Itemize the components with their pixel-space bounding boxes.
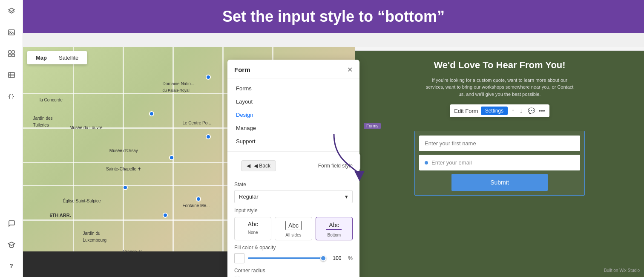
- field-style-label: Form field style: [318, 163, 353, 169]
- close-icon[interactable]: ✕: [347, 66, 353, 74]
- map-label: Jardin du: [83, 231, 100, 236]
- back-chevron-icon: ◀: [247, 163, 250, 169]
- map-pin: [123, 185, 128, 190]
- svg-rect-6: [9, 72, 14, 78]
- map-pin: [206, 75, 211, 80]
- nav-manage[interactable]: Manage: [227, 121, 359, 135]
- map-pin: [169, 155, 174, 160]
- map-label: Le Centre Po...: [182, 121, 211, 125]
- code-icon[interactable]: {}: [5, 89, 18, 103]
- main-area: Set the input style to “bottom” Map Sate…: [23, 0, 644, 277]
- panel-section: ◀ ◀ Back Form field style State Regular …: [227, 151, 359, 277]
- email-input-row: Enter your email: [419, 155, 580, 170]
- opacity-slider[interactable]: [248, 257, 326, 259]
- state-label: State: [234, 182, 353, 188]
- chat-icon[interactable]: [5, 216, 18, 230]
- input-style-all-sides[interactable]: Abc All sides: [275, 217, 312, 240]
- state-dropdown[interactable]: Regular ▾: [234, 190, 353, 203]
- map-tab-satellite[interactable]: Satellite: [54, 53, 83, 63]
- nav-forms[interactable]: Forms: [227, 82, 359, 95]
- color-swatch[interactable]: [234, 253, 244, 263]
- wix-footer: Built on Wix Studio: [604, 268, 640, 273]
- form-panel-title: Form: [234, 66, 250, 73]
- edit-form-label[interactable]: Edit Form: [454, 108, 478, 114]
- fill-label: Fill color & opacity: [234, 245, 353, 251]
- academy-icon[interactable]: [5, 238, 18, 251]
- map-label: Église Saint-Sulpice: [63, 199, 101, 203]
- svg-point-1: [10, 31, 11, 32]
- image-icon[interactable]: [5, 26, 18, 39]
- email-dot: [425, 161, 428, 164]
- map-pin: [196, 196, 201, 202]
- percent-label: %: [348, 255, 353, 261]
- map-label: Domaine Natio...: [163, 81, 194, 86]
- all-sides-abc: Abc: [285, 221, 302, 230]
- back-button[interactable]: ◀ ◀ Back: [241, 160, 276, 171]
- opacity-value[interactable]: 100: [329, 255, 345, 261]
- svg-rect-2: [9, 51, 11, 53]
- layers-icon[interactable]: [5, 4, 18, 18]
- settings-button[interactable]: Settings: [481, 107, 508, 115]
- help-icon[interactable]: ?: [5, 259, 18, 273]
- nav-design[interactable]: Design: [227, 108, 359, 121]
- first-name-input[interactable]: [419, 136, 580, 151]
- map-label: Fontaine Mé...: [182, 203, 210, 208]
- chevron-down-icon: ▾: [345, 193, 348, 200]
- map-pin: [206, 134, 211, 139]
- map-tab-map[interactable]: Map: [31, 53, 52, 63]
- svg-rect-0: [9, 30, 14, 35]
- fill-row: 100 %: [234, 253, 353, 263]
- map-label: Jardin des: [33, 116, 52, 121]
- form-panel-header: Form ✕: [227, 60, 359, 78]
- map-label: Musée d'Orsay: [109, 148, 138, 153]
- form-section: Enter your email Submit: [414, 131, 585, 196]
- up-arrow-icon[interactable]: ↑: [510, 107, 516, 115]
- svg-rect-5: [12, 54, 14, 57]
- fill-color-section: Fill color & opacity 100 %: [234, 245, 353, 263]
- map-label: Luxembourg: [83, 238, 106, 242]
- form-panel-nav: Forms Layout Design Manage Support: [227, 78, 359, 151]
- corner-label: Corner radius: [234, 268, 353, 274]
- forms-badge: Forms: [364, 123, 381, 129]
- email-placeholder: Enter your email: [431, 159, 472, 166]
- map-label: Musée du Louvre: [69, 125, 102, 130]
- apps-icon[interactable]: [5, 47, 18, 61]
- webpage-subtitle: If you're looking for a custom quote, wa…: [423, 77, 576, 98]
- form-panel: Form ✕ Forms Layout Design Manage Suppor…: [227, 60, 359, 277]
- input-style-options: Abc None Abc All sides Abc Bottom: [234, 217, 353, 240]
- instruction-banner: Set the input style to “bottom”: [23, 0, 644, 33]
- submit-button[interactable]: Submit: [451, 174, 548, 191]
- more-options-icon[interactable]: •••: [539, 107, 545, 114]
- svg-rect-4: [9, 54, 11, 57]
- input-style-bottom[interactable]: Abc Bottom: [316, 217, 353, 240]
- nav-support[interactable]: Support: [227, 135, 359, 148]
- comment-icon[interactable]: 💬: [526, 107, 536, 115]
- map-tabs: Map Satellite: [27, 51, 87, 64]
- map-label: Sainte-Chapelle ✝: [106, 167, 141, 171]
- edit-form-toolbar: Edit Form Settings ↑ ↓ 💬 •••: [450, 104, 549, 117]
- left-sidebar: {} ?: [0, 0, 23, 277]
- webpage-preview: We'd Love To Hear From You! If you're lo…: [355, 47, 644, 277]
- map-label: la Concorde: [40, 98, 63, 102]
- input-style-none[interactable]: Abc None: [234, 217, 271, 240]
- map-label: du Palais-Royal: [163, 88, 190, 92]
- map-pin: [149, 111, 154, 116]
- svg-rect-3: [12, 51, 14, 53]
- map-pin: [163, 213, 168, 218]
- down-arrow-icon[interactable]: ↓: [518, 107, 524, 115]
- map-label: Tuileries: [33, 123, 49, 127]
- instruction-text: Set the input style to “bottom”: [31, 8, 636, 26]
- none-abc: Abc: [248, 221, 258, 228]
- webpage-top-bar: [355, 47, 644, 51]
- webpage-title: We'd Love To Hear From You!: [434, 59, 565, 72]
- input-style-label: Input style: [234, 208, 353, 214]
- corner-section: Corner radius 0 px: [234, 268, 353, 277]
- nav-layout[interactable]: Layout: [227, 95, 359, 108]
- table-icon[interactable]: [5, 68, 18, 82]
- map-label: 6TH ARR.: [49, 213, 71, 218]
- bottom-abc: Abc: [326, 221, 342, 230]
- webpage-content: We'd Love To Hear From You! If you're lo…: [355, 51, 644, 277]
- map-area: Map Satellite la Concorde Domaine Natio.…: [23, 47, 644, 277]
